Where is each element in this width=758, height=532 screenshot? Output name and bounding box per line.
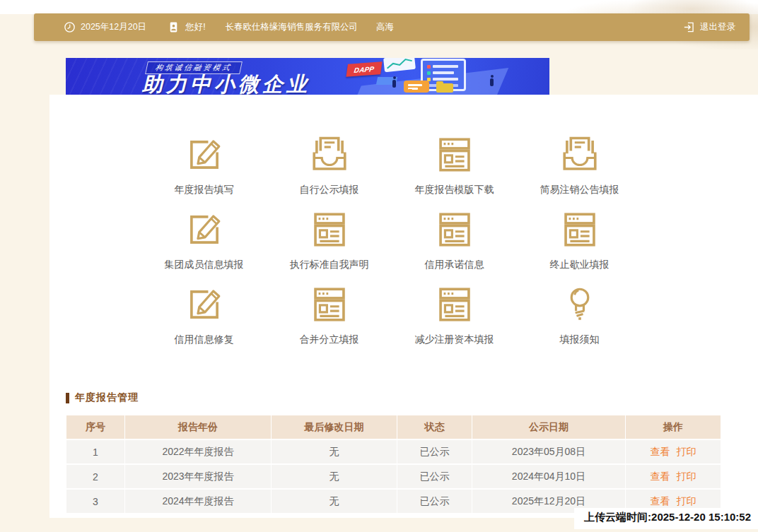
cell-report-year: 2024年年度报告 xyxy=(125,490,271,513)
inbox-icon xyxy=(309,134,350,175)
menu-item-capital-reduction[interactable]: 减少注册资本填报 xyxy=(392,277,517,352)
cell-actions: 查看 打印 xyxy=(626,465,721,488)
table-header-row: 序号 报告年份 最后修改日期 状态 公示日期 操作 xyxy=(66,415,721,439)
lightbulb-icon xyxy=(559,284,600,325)
table-row: 1 2022年年度报告 无 已公示 2023年05月08日 查看 打印 xyxy=(66,440,721,463)
browser-icon xyxy=(434,134,475,175)
menu-item-label: 信用承诺信息 xyxy=(425,259,484,271)
menu-item-self-publicity[interactable]: 自行公示填报 xyxy=(267,127,392,202)
cell-last-modified: 无 xyxy=(272,440,397,463)
browser-icon xyxy=(559,209,600,250)
cell-report-year: 2023年年度报告 xyxy=(125,465,271,488)
cell-report-year: 2022年年度报告 xyxy=(125,440,271,463)
print-link[interactable]: 打印 xyxy=(676,471,696,482)
header-last-modified: 最后修改日期 xyxy=(272,415,397,439)
edit-icon xyxy=(184,134,225,175)
menu-item-label: 集团成员信息填报 xyxy=(165,259,244,271)
cell-status: 已公示 xyxy=(397,440,472,463)
menu-item-label: 执行标准自我声明 xyxy=(290,259,369,271)
person-illustration xyxy=(490,78,494,86)
menu-item-label: 合并分立填报 xyxy=(300,333,359,346)
cell-status: 已公示 xyxy=(397,465,472,488)
cell-actions: 查看 打印 xyxy=(626,440,721,463)
greeting-text: 您好! xyxy=(185,21,205,33)
menu-item-label: 减少注册资本填报 xyxy=(415,333,494,346)
cell-no: 1 xyxy=(66,440,124,463)
banner-headline: 助力中小微企业 xyxy=(142,71,310,95)
menu-item-label: 年度报告填写 xyxy=(175,184,234,196)
view-link[interactable]: 查看 xyxy=(651,495,670,507)
upload-time-caption: 上传云端时间:2025-12-20 15:10:52 xyxy=(574,508,758,529)
menu-item-merger-division[interactable]: 合并分立填报 xyxy=(267,277,392,352)
section-title-text: 年度报告管理 xyxy=(75,391,139,404)
menu-item-label: 终止歇业填报 xyxy=(550,259,610,271)
header-status: 状态 xyxy=(397,415,472,439)
cell-publish-date: 2023年05月08日 xyxy=(472,440,625,463)
menu-item-template-download[interactable]: 年度报告模版下载 xyxy=(392,127,517,202)
page: 2025年12月20日 您好! 长春欧仕格缘海销售服务有限公司 高海 退出登录 … xyxy=(0,0,758,532)
menu-item-standard-self-declaration[interactable]: 执行标准自我声明 xyxy=(267,202,392,277)
menu-item-business-termination[interactable]: 终止歇业填报 xyxy=(517,202,642,277)
menu-item-annual-report-write[interactable]: 年度报告填写 xyxy=(141,127,267,202)
browser-icon xyxy=(309,284,350,325)
view-link[interactable]: 查看 xyxy=(651,471,670,482)
cell-no: 3 xyxy=(66,490,124,513)
chart-card-illustration xyxy=(383,58,416,72)
clock-icon xyxy=(64,21,76,33)
cell-last-modified: 无 xyxy=(272,465,397,488)
chat-bubble-illustration xyxy=(404,81,429,93)
topbar: 2025年12月20日 您好! 长春欧仕格缘海销售服务有限公司 高海 退出登录 xyxy=(34,13,750,41)
view-link[interactable]: 查看 xyxy=(651,446,670,457)
main-card: 年度报告填写 自行公示填报 年度报告模版下载 简易注销公告填报 集团成员信息填报… xyxy=(49,95,758,518)
dapp-badge: DAPP xyxy=(346,61,382,76)
logout-label: 退出登录 xyxy=(700,21,735,33)
menu-item-credit-repair[interactable]: 信用信息修复 xyxy=(141,277,267,352)
menu-item-label: 自行公示填报 xyxy=(300,184,359,196)
edit-icon xyxy=(184,209,225,250)
browser-icon xyxy=(309,209,350,250)
menu-item-label: 简易注销公告填报 xyxy=(540,184,619,196)
promo-banner[interactable]: 构筑诚信融资模式 助力中小微企业 DAPP xyxy=(66,58,549,95)
cell-status: 已公示 xyxy=(397,490,472,513)
company-name: 长春欧仕格缘海销售服务有限公司 xyxy=(226,21,358,33)
folder-illustration xyxy=(436,83,453,93)
cell-last-modified: 无 xyxy=(272,490,397,513)
menu-item-credit-commitment[interactable]: 信用承诺信息 xyxy=(392,202,517,277)
menu-item-filing-instructions[interactable]: 填报须知 xyxy=(517,277,642,352)
menu-grid: 年度报告填写 自行公示填报 年度报告模版下载 简易注销公告填报 集团成员信息填报… xyxy=(141,127,642,352)
logout-button[interactable]: 退出登录 xyxy=(683,21,735,33)
person-illustration xyxy=(392,80,396,88)
section-title-bar xyxy=(66,393,69,403)
menu-item-group-member-info[interactable]: 集团成员信息填报 xyxy=(141,202,267,277)
browser-icon xyxy=(434,284,475,325)
table-row: 2 2023年年度报告 无 已公示 2024年04月10日 查看 打印 xyxy=(66,465,721,488)
header-actions: 操作 xyxy=(626,415,721,439)
menu-item-label: 填报须知 xyxy=(560,333,600,346)
header-report-year: 报告年份 xyxy=(125,415,271,439)
user-name: 高海 xyxy=(376,21,394,33)
annual-report-table: 序号 报告年份 最后修改日期 状态 公示日期 操作 1 2022年年度报告 无 … xyxy=(66,414,721,514)
menu-item-label: 信用信息修复 xyxy=(175,333,234,346)
browser-icon xyxy=(434,209,475,250)
print-link[interactable]: 打印 xyxy=(676,495,696,507)
annual-report-section-title: 年度报告管理 xyxy=(66,391,139,404)
header-no: 序号 xyxy=(66,415,124,439)
menu-item-simple-cancellation[interactable]: 简易注销公告填报 xyxy=(517,127,642,202)
current-date: 2025年12月20日 xyxy=(81,21,146,33)
print-link[interactable]: 打印 xyxy=(676,446,696,457)
logout-icon xyxy=(683,21,695,33)
header-publish-date: 公示日期 xyxy=(472,415,625,439)
menu-item-label: 年度报告模版下载 xyxy=(415,184,494,196)
edit-icon xyxy=(184,284,225,325)
cell-no: 2 xyxy=(66,465,124,488)
inbox-icon xyxy=(559,134,600,175)
cell-publish-date: 2024年04月10日 xyxy=(472,465,625,488)
id-badge-icon xyxy=(168,21,180,33)
